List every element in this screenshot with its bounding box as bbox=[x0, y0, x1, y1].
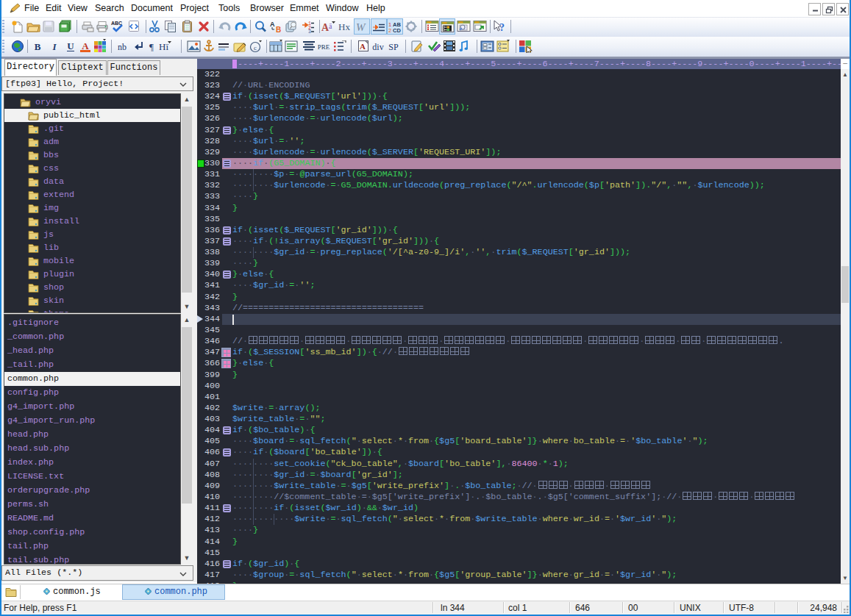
svg-text:A: A bbox=[82, 40, 89, 51]
svg-text:nb: nb bbox=[118, 42, 127, 52]
svg-text:Hī: Hī bbox=[159, 41, 168, 52]
svg-text:ABC: ABC bbox=[111, 21, 122, 26]
svg-text:I: I bbox=[51, 41, 57, 52]
svg-text:3: 3 bbox=[308, 29, 311, 33]
svg-text:SP: SP bbox=[388, 42, 399, 52]
svg-text:?: ? bbox=[499, 22, 505, 33]
svg-text:div: div bbox=[372, 42, 383, 52]
svg-text:B: B bbox=[276, 26, 281, 33]
svg-text:U: U bbox=[67, 40, 74, 51]
svg-text:A: A bbox=[270, 21, 275, 28]
svg-text:CD: CD bbox=[393, 27, 401, 33]
svg-text:2: 2 bbox=[388, 27, 391, 33]
svg-text:Hx: Hx bbox=[338, 21, 350, 32]
svg-text:¶: ¶ bbox=[149, 41, 154, 52]
svg-text:c: c bbox=[254, 44, 257, 51]
svg-text:ā: ā bbox=[329, 22, 332, 30]
svg-text:PRE: PRE bbox=[318, 43, 330, 51]
svg-text:W: W bbox=[356, 21, 366, 33]
svg-text:A: A bbox=[360, 42, 366, 51]
svg-text:B: B bbox=[35, 41, 41, 52]
